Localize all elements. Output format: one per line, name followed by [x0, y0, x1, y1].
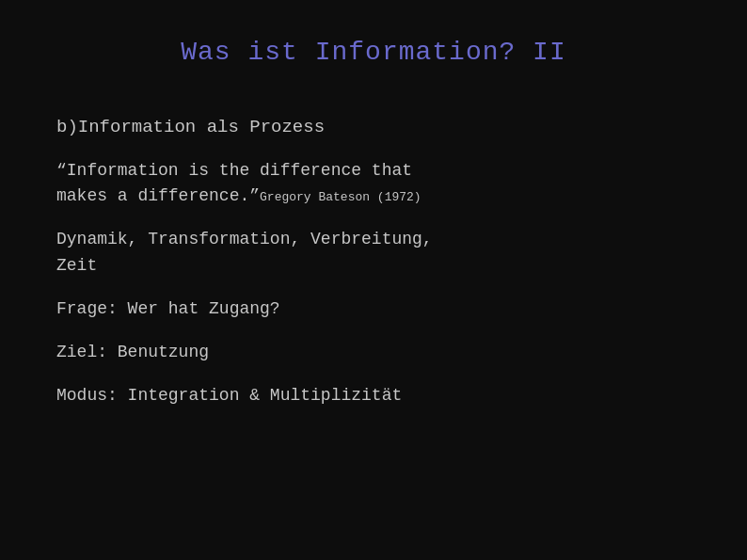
- slide: Was ist Information? II b)Information al…: [0, 0, 747, 560]
- quote-text-line1: “Information is the difference that: [56, 161, 412, 180]
- ziel-text: Ziel: Benutzung: [56, 340, 691, 366]
- quote-line1: “Information is the difference that: [56, 158, 691, 184]
- section-ziel: Ziel: Benutzung: [56, 340, 691, 366]
- section-quote: “Information is the difference that make…: [56, 158, 691, 211]
- frage-text: Frage: Wer hat Zugang?: [56, 296, 691, 323]
- section-frage: Frage: Wer hat Zugang?: [56, 296, 691, 323]
- slide-title: Was ist Information? II: [56, 38, 691, 67]
- quote-citation: Gregory Bateson (1972): [260, 190, 421, 204]
- section-heading: b)Information als Prozess: [56, 114, 691, 141]
- heading-text: b)Information als Prozess: [56, 117, 325, 137]
- quote-line2: makes a difference.”Gregory Bateson (197…: [56, 184, 691, 210]
- dynamics-line2: Zeit: [56, 253, 691, 280]
- section-modus: Modus: Integration & Multiplizität: [56, 383, 691, 409]
- section-dynamics: Dynamik, Transformation, Verbreitung, Ze…: [56, 227, 691, 280]
- slide-content: b)Information als Prozess “Information i…: [56, 114, 691, 409]
- dynamics-line1: Dynamik, Transformation, Verbreitung,: [56, 227, 691, 253]
- quote-text-line2: makes a difference.”: [56, 186, 260, 205]
- modus-text: Modus: Integration & Multiplizität: [56, 383, 691, 409]
